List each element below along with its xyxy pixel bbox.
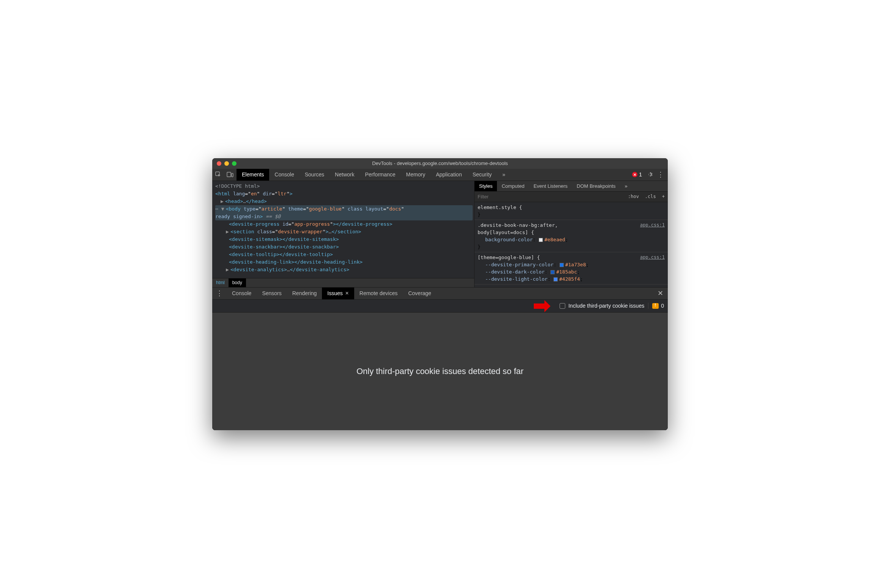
minimize-window-button[interactable] <box>224 161 229 166</box>
main-tabs: Elements Console Sources Network Perform… <box>237 169 628 181</box>
drawer: ⋮ Console Sensors Rendering Issues✕ Remo… <box>212 287 668 430</box>
color-swatch[interactable] <box>539 238 543 242</box>
tab-application[interactable]: Application <box>431 169 467 181</box>
dom-tree[interactable]: <!DOCTYPE html> <html lang="en" dir="ltr… <box>212 181 474 278</box>
issue-count[interactable]: 0 <box>648 303 664 309</box>
breadcrumb: html body <box>212 278 474 287</box>
tab-network[interactable]: Network <box>330 169 360 181</box>
close-icon[interactable]: ✕ <box>345 291 349 296</box>
source-link[interactable]: app.css:1 <box>640 222 665 229</box>
error-count: 1 <box>639 171 642 178</box>
settings-icon[interactable] <box>647 171 653 178</box>
device-toggle-icon[interactable] <box>227 172 233 177</box>
drawer-tab-sensors[interactable]: Sensors <box>257 288 287 299</box>
drawer-tab-coverage[interactable]: Coverage <box>403 288 437 299</box>
style-rule[interactable]: element.style { } <box>475 202 668 220</box>
styles-tabs-overflow[interactable]: » <box>620 181 632 191</box>
checkbox-label: Include third-party cookie issues <box>568 303 644 309</box>
inspect-icon[interactable] <box>215 171 221 178</box>
dom-node[interactable]: <devsite-sitemask></devsite-sitemask> <box>215 236 473 243</box>
style-rule[interactable]: app.css:1 [theme=google-blue] { --devsit… <box>475 252 668 285</box>
window-title: DevTools - developers.google.com/web/too… <box>212 160 668 166</box>
devtools-window: DevTools - developers.google.com/web/too… <box>212 158 668 430</box>
tabs-overflow[interactable]: » <box>497 169 511 181</box>
tab-elements[interactable]: Elements <box>237 169 269 181</box>
styles-rules[interactable]: element.style { } app.css:1 .devsite-boo… <box>475 202 668 287</box>
dom-node[interactable]: <devsite-tooltip></devsite-tooltip> <box>215 251 473 258</box>
dom-node[interactable]: <!DOCTYPE html> <box>215 182 473 190</box>
cls-toggle[interactable]: .cls <box>642 194 659 199</box>
error-badge[interactable]: ✕ 1 <box>632 171 642 178</box>
close-window-button[interactable] <box>217 161 221 166</box>
svg-rect-2 <box>232 173 233 177</box>
kebab-menu-icon[interactable]: ⋮ <box>657 170 664 179</box>
styles-tabs: Styles Computed Event Listeners DOM Brea… <box>475 181 668 192</box>
drawer-tab-console[interactable]: Console <box>227 288 257 299</box>
color-swatch[interactable] <box>554 277 558 281</box>
crumb-html[interactable]: html <box>212 278 229 287</box>
drawer-menu-icon[interactable]: ⋮ <box>212 289 227 297</box>
dom-node[interactable]: <devsite-progress id="app-progress"></de… <box>215 220 473 228</box>
tab-security[interactable]: Security <box>467 169 497 181</box>
close-drawer-button[interactable]: ✕ <box>653 289 668 297</box>
elements-pane: <!DOCTYPE html> <html lang="en" dir="ltr… <box>212 181 474 287</box>
issues-toolbar: Include third-party cookie issues 0 <box>212 300 668 313</box>
crumb-body[interactable]: body <box>229 278 246 287</box>
color-swatch[interactable] <box>560 263 564 267</box>
tab-styles[interactable]: Styles <box>475 181 497 191</box>
tab-sources[interactable]: Sources <box>300 169 330 181</box>
drawer-tab-remote-devices[interactable]: Remote devices <box>354 288 403 299</box>
styles-pane: Styles Computed Event Listeners DOM Brea… <box>474 181 668 287</box>
issues-empty-state: Only third-party cookie issues detected … <box>212 313 668 430</box>
dom-node-selected[interactable]: ⋯ ▼<body type="article" theme="google-bl… <box>215 205 473 220</box>
dom-node[interactable]: ▶<section class="devsite-wrapper">…</sec… <box>215 228 473 236</box>
style-rule[interactable]: app.css:1 .devsite-book-nav-bg:after, bo… <box>475 220 668 252</box>
main-split: <!DOCTYPE html> <html lang="en" dir="ltr… <box>212 181 668 287</box>
svg-rect-1 <box>227 172 231 177</box>
tab-event-listeners[interactable]: Event Listeners <box>529 181 572 191</box>
color-swatch[interactable] <box>550 270 555 274</box>
styles-filter-bar: :hov .cls + <box>475 192 668 202</box>
titlebar: DevTools - developers.google.com/web/too… <box>212 158 668 169</box>
styles-filter-input[interactable] <box>475 194 625 200</box>
source-link[interactable]: app.css:1 <box>640 254 665 261</box>
tab-memory[interactable]: Memory <box>401 169 431 181</box>
drawer-tab-issues[interactable]: Issues✕ <box>322 288 354 299</box>
tab-dom-breakpoints[interactable]: DOM Breakpoints <box>572 181 620 191</box>
dom-node[interactable]: ▶<devsite-analytics>…</devsite-analytics… <box>215 266 473 274</box>
dom-node[interactable]: <html lang="en" dir="ltr"> <box>215 190 473 198</box>
tab-computed[interactable]: Computed <box>497 181 529 191</box>
tab-performance[interactable]: Performance <box>360 169 401 181</box>
issue-icon <box>652 303 659 309</box>
third-party-cookie-checkbox[interactable]: Include third-party cookie issues <box>560 303 644 309</box>
tab-console[interactable]: Console <box>269 169 299 181</box>
dom-node[interactable]: <devsite-heading-link></devsite-heading-… <box>215 258 473 266</box>
zoom-window-button[interactable] <box>232 161 237 166</box>
traffic-lights <box>212 161 237 166</box>
dom-node[interactable]: ▶<head>…</head> <box>215 198 473 205</box>
new-style-rule-button[interactable]: + <box>659 194 668 199</box>
hov-toggle[interactable]: :hov <box>625 194 642 199</box>
drawer-tabs: ⋮ Console Sensors Rendering Issues✕ Remo… <box>212 288 668 300</box>
checkbox-icon[interactable] <box>560 303 565 309</box>
dom-node[interactable]: <devsite-snackbar></devsite-snackbar> <box>215 243 473 251</box>
main-toolbar: Elements Console Sources Network Perform… <box>212 169 668 181</box>
drawer-tab-rendering[interactable]: Rendering <box>287 288 322 299</box>
error-icon: ✕ <box>632 172 637 177</box>
annotation-arrow-icon <box>533 299 551 315</box>
